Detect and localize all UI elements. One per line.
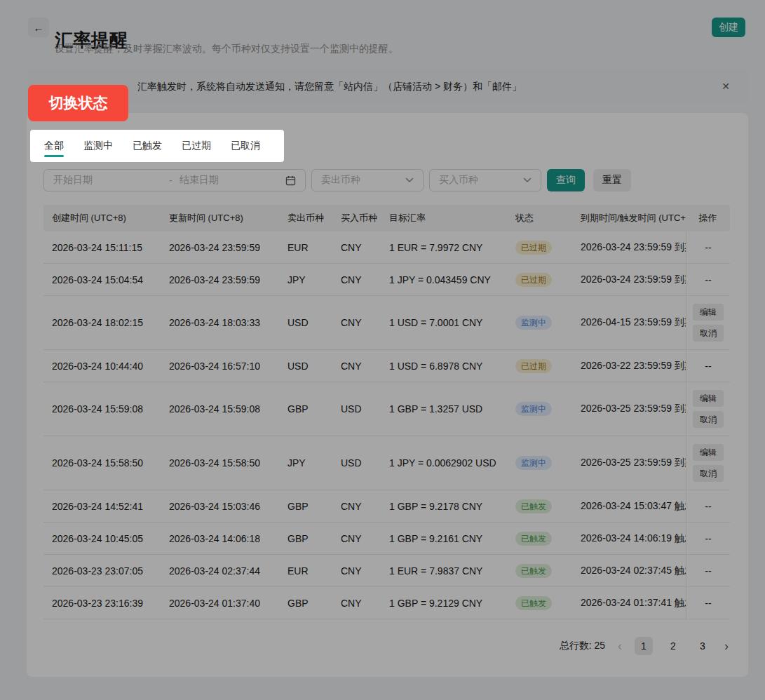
tab-all[interactable]: 全部 bbox=[44, 130, 64, 162]
tab-triggered[interactable]: 已触发 bbox=[133, 130, 162, 162]
tabs: 全部监测中已触发已过期已取消 bbox=[44, 130, 260, 162]
tab-monitoring[interactable]: 监测中 bbox=[83, 130, 113, 162]
exchange-rate-alert-page: ← 汇率提醒 设置汇率提醒，及时掌握汇率波动。每个币种对仅支持设置一个监测中的提… bbox=[0, 0, 765, 700]
status-tabs-spotlight: 全部监测中已触发已过期已取消 bbox=[30, 130, 284, 162]
tab-expired[interactable]: 已过期 bbox=[182, 130, 211, 162]
tour-tooltip: 切换状态 bbox=[28, 85, 128, 121]
tab-cancelled[interactable]: 已取消 bbox=[231, 130, 260, 162]
